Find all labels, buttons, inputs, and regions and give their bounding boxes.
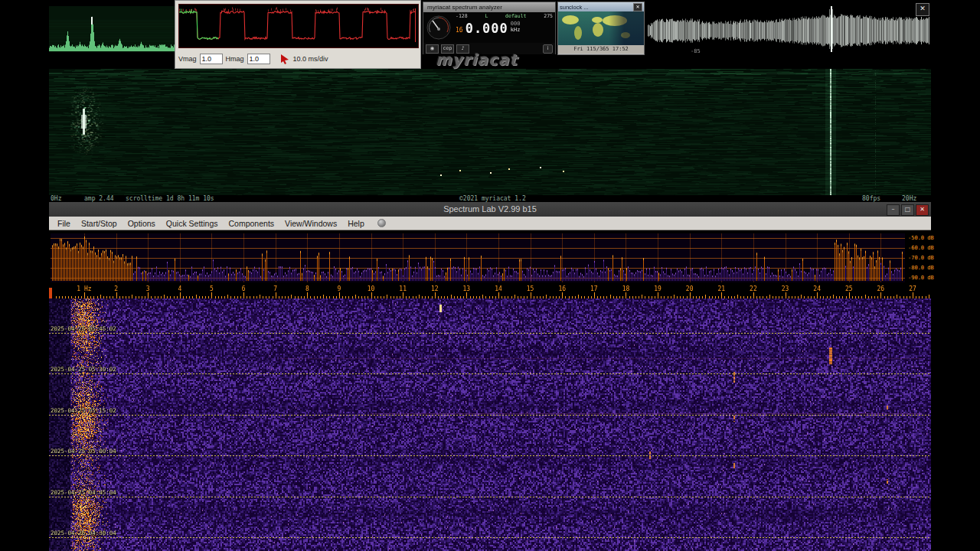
sunclock-title: sunclock ... <box>560 4 589 11</box>
sunclock-window: sunclock ... ✕ Fri 115/365 17:52 <box>557 2 645 55</box>
db-axis-label: -60.0 dB <box>908 246 934 251</box>
frequency-tick-label: 25 <box>845 286 853 292</box>
spectrum-lab-titlebar[interactable]: Spectrum Lab V2.99 b15 – □ ✕ <box>49 202 931 217</box>
oscilloscope-window: Vmag Hmag 10.0 ms/div <box>175 0 421 69</box>
status-amp: amp 2.44 <box>84 195 114 202</box>
myriacat-logo: myriacat <box>436 51 518 69</box>
window-title: Spectrum Lab V2.99 b15 <box>443 202 537 217</box>
oscilloscope-controls: Vmag Hmag 10.0 ms/div <box>178 52 417 66</box>
input-spectrum-display <box>49 6 176 52</box>
hmag-label: Hmag <box>226 55 244 63</box>
digital-readout: -128 L default 275 16 0.000 000 kHz <box>454 12 555 43</box>
menu-item-start-stop[interactable]: Start/Stop <box>76 219 122 228</box>
status-scrolltime: scrolltime 1d 8h 11m 10s <box>126 195 214 202</box>
frequency-fraction: 000 <box>511 21 521 27</box>
preset-readout: default <box>505 13 526 19</box>
frequency-tick-label: 6 <box>242 286 246 292</box>
menu-item-file[interactable]: File <box>52 219 76 228</box>
myriacat-waterfall-display[interactable] <box>49 69 931 195</box>
sl-spectrum-graph[interactable] <box>51 233 905 282</box>
frequency-tick-label: 17 <box>590 286 598 292</box>
frequency-tick-label: 13 <box>463 286 471 292</box>
menu-item-options[interactable]: Options <box>122 219 161 228</box>
aux-readout: 275 <box>544 13 553 19</box>
menu-item-help[interactable]: Help <box>342 219 370 228</box>
oscilloscope-display <box>179 5 416 46</box>
analyzer-window: myriacat spectrum analyzer -128 L <box>423 2 556 54</box>
sl-waterfall-display[interactable] <box>49 298 931 551</box>
frequency-tick-label: 12 <box>431 286 439 292</box>
frequency-tick-label: 4 <box>178 286 181 292</box>
db-axis-label: -70.0 dB <box>908 256 934 261</box>
vmag-label: Vmag <box>178 55 197 63</box>
gain-readout: 16 <box>456 27 463 34</box>
myriacat-window: Vmag Hmag 10.0 ms/div myriacat spectrum … <box>49 0 931 202</box>
waterfall-timestamp: 2025-04-25 05:15:02 <box>51 408 116 414</box>
frequency-tick-label: 1 Hz <box>77 286 91 292</box>
frequency-tick-label: 27 <box>909 286 916 292</box>
analyzer-title[interactable]: myriacat spectrum analyzer <box>423 2 555 12</box>
frequency-tick-label: 2 <box>114 286 118 292</box>
frequency-unit: kHz <box>511 27 521 33</box>
frequency-tick-label: 3 <box>146 286 150 292</box>
menu-item-quick-settings[interactable]: Quick Settings <box>161 219 224 228</box>
gauge-box <box>423 12 454 43</box>
sunclock-map <box>558 11 644 45</box>
status-right-frequency: 20Hz <box>902 195 916 202</box>
frequency-tick-label: 21 <box>717 286 725 292</box>
level-readout: -128 <box>456 13 468 19</box>
level-meter-gauge <box>426 15 452 41</box>
waterfall-timestamp: 2025-04-25 05:45:02 <box>51 326 116 332</box>
frequency-tick-label: 19 <box>654 286 662 292</box>
frequency-tick-label: 14 <box>495 286 502 292</box>
frequency-tick-label: 18 <box>622 286 630 292</box>
db-axis-label: -90.0 dB <box>908 276 934 281</box>
status-copyright: ©2021 myriacat 1.2 <box>459 195 526 202</box>
myriacat-close-button[interactable]: ✕ <box>916 3 929 16</box>
sunclock-close-button[interactable]: ✕ <box>633 3 642 11</box>
menu-bar: FileStart/StopOptionsQuick SettingsCompo… <box>49 217 931 230</box>
vmag-input[interactable] <box>200 54 223 64</box>
minimize-button[interactable]: – <box>887 204 900 216</box>
oscilloscope-screen <box>178 4 419 48</box>
spectrum-lab-window: Spectrum Lab V2.99 b15 – □ ✕ FileStart/S… <box>49 202 931 551</box>
menu-item-view-windows[interactable]: View/Windows <box>279 219 342 228</box>
envelope-display <box>646 5 931 54</box>
waterfall-timestamp: 2025-04-25 05:00:04 <box>51 448 116 455</box>
frequency-tick-label: 22 <box>750 286 757 292</box>
frequency-tick-label: 8 <box>305 286 309 292</box>
myriacat-status-bar: 0Hz amp 2.44 scrolltime 1d 8h 11m 10s ©2… <box>49 195 931 202</box>
status-left-frequency: 0Hz <box>51 195 61 202</box>
db-axis-label: -50.0 dB <box>908 236 934 241</box>
waterfall-timestamp: 2025-04-25 04:45:04 <box>51 490 116 496</box>
timebase-label: 10.0 ms/div <box>293 55 328 63</box>
close-button[interactable]: ✕ <box>916 204 929 216</box>
maximize-button[interactable]: □ <box>901 204 914 216</box>
status-led-icon <box>377 219 386 227</box>
waterfall-timestamp: 2025-04-25 05:30:02 <box>51 367 116 373</box>
frequency-tick-label: 5 <box>210 286 214 292</box>
frequency-readout: 0.000 <box>466 21 508 36</box>
desktop: Vmag Hmag 10.0 ms/div myriacat spectrum … <box>0 0 980 551</box>
db-axis-label: -80.0 dB <box>908 266 934 271</box>
hmag-input[interactable] <box>247 54 270 64</box>
frequency-tick-label: 15 <box>527 286 534 292</box>
frequency-tick-label: 9 <box>337 286 341 292</box>
channel-readout: L <box>485 13 488 19</box>
sunclock-titlebar[interactable]: sunclock ... ✕ <box>558 2 644 11</box>
sunclock-status: Fri 115/365 17:52 <box>558 45 644 54</box>
frequency-tick-label: 23 <box>782 286 789 292</box>
menu-item-components[interactable]: Components <box>224 219 280 228</box>
frequency-tick-label: 16 <box>558 286 566 292</box>
analyzer-body: -128 L default 275 16 0.000 000 kHz <box>423 12 555 43</box>
status-fps: 80fps <box>862 195 880 202</box>
spectrum-lab-main: -50.0 dB-60.0 dB-70.0 dB-80.0 dB-90.0 dB… <box>49 230 931 551</box>
frequency-tick-label: 20 <box>686 286 694 292</box>
info-button[interactable]: i <box>543 44 553 54</box>
envelope-db-marker: -85 <box>691 48 701 54</box>
frequency-tick-label: 11 <box>399 286 407 292</box>
frequency-tick-label: 24 <box>813 286 821 292</box>
frequency-tick-label: 10 <box>368 286 375 292</box>
frequency-tick-label: 26 <box>877 286 885 292</box>
trigger-arrow-icon <box>279 54 290 64</box>
